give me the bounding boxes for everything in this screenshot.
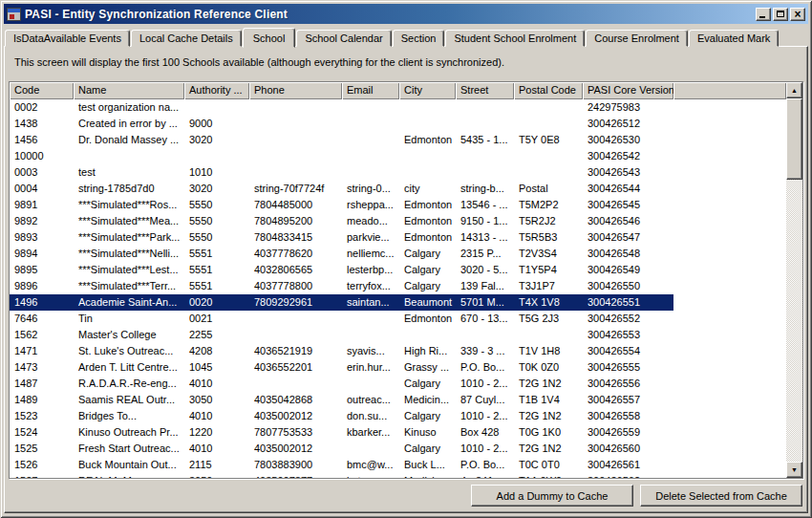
column-header-email[interactable]: Email	[342, 82, 399, 99]
table-cell: Master's College	[74, 327, 184, 343]
table-cell	[342, 327, 399, 343]
tab-evaluated-mark[interactable]: Evaluated Mark	[689, 30, 779, 47]
table-cell: test	[74, 164, 184, 181]
table-row[interactable]: 1525Fresh Start Outreac...40104035002012…	[10, 441, 786, 457]
table-cell: 7804895200	[249, 213, 342, 229]
scrollbar-thumb[interactable]	[786, 98, 802, 180]
column-header-authority-[interactable]: Authority ...	[184, 82, 249, 99]
table-cell-filler	[673, 424, 786, 441]
column-header-postal-code[interactable]: Postal Code	[514, 82, 583, 99]
table-cell: 1524	[10, 424, 74, 441]
table-cell-filler	[673, 327, 786, 343]
maximize-button[interactable]	[773, 8, 788, 21]
table-cell: P.O. Bo...	[456, 457, 514, 473]
table-cell: 300426560	[583, 441, 673, 457]
scrollbar-track[interactable]	[786, 98, 802, 462]
minimize-button[interactable]	[756, 8, 771, 21]
table-cell: High Ri...	[399, 343, 456, 359]
table-cell: string-1785d7d0	[74, 181, 184, 197]
table-row[interactable]: 0002test organization na...242975983	[10, 99, 786, 116]
table-row[interactable]: 1527REAL M. M...30504035007877kat...Medi…	[10, 473, 786, 478]
table-cell: 300426553	[583, 327, 673, 343]
table-cell	[456, 148, 514, 164]
table-row[interactable]: 1473Arden T. Litt Centre...1045403655220…	[10, 359, 786, 376]
column-header-street[interactable]: Street	[456, 82, 514, 99]
table-cell: 300426559	[583, 424, 673, 441]
table-cell: 3050	[184, 473, 249, 478]
table-row[interactable]: 9891***Simulated***Ros...55507804485000r…	[10, 197, 786, 213]
table-cell: ***Simulated***Mea...	[74, 213, 184, 229]
table-cell: 1045	[184, 359, 249, 376]
table-cell: T0C 0T0	[514, 457, 583, 473]
table-cell	[184, 99, 249, 116]
column-header-phone[interactable]: Phone	[249, 82, 342, 99]
table-row[interactable]: 1438Created in error by ...9000300426512	[10, 116, 786, 132]
table-cell: 4208	[184, 343, 249, 359]
table-cell: city	[399, 181, 456, 197]
table-row[interactable]: 9895***Simulated***Lest...55514032806565…	[10, 262, 786, 278]
table-row[interactable]: 1489Saamis REAL Outr...30504035042868out…	[10, 392, 786, 408]
table-cell: 300426548	[583, 246, 673, 262]
table-row[interactable]: 9892***Simulated***Mea...55507804895200m…	[10, 213, 786, 229]
tab-course-enrolment[interactable]: Course Enrolment	[586, 30, 688, 47]
table-cell: ***Simulated***Nelli...	[74, 246, 184, 262]
delete-selected-button[interactable]: Delete Selected from Cache	[640, 485, 802, 507]
table-row[interactable]: 7646Tin0021Edmonton670 - 13...T5G 2J3300…	[10, 311, 786, 327]
table-cell	[399, 164, 456, 181]
table-row[interactable]: 1562Master's College2255300426553	[10, 327, 786, 343]
table-cell	[342, 441, 399, 457]
table-cell: 4037778800	[249, 278, 342, 294]
table-cell: T2V3S4	[514, 246, 583, 262]
tab-school[interactable]: School	[243, 28, 296, 48]
minimize-icon	[759, 16, 765, 18]
table-row[interactable]: 1471St. Luke's Outreac...42084036521919s…	[10, 343, 786, 359]
vertical-scrollbar[interactable]: ▲ ▼	[786, 82, 802, 478]
table-row[interactable]: 9893***Simulated***Park...55507804833415…	[10, 229, 786, 246]
scroll-down-button[interactable]: ▼	[786, 462, 802, 478]
table-row[interactable]: 1456Dr. Donald Massey ...3020Edmonton543…	[10, 132, 786, 148]
table-row[interactable]: 9896***Simulated***Terr...55514037778800…	[10, 278, 786, 294]
column-header-name[interactable]: Name	[74, 82, 184, 99]
table-cell: T1A 0W9	[514, 473, 583, 478]
tab-school-calendar[interactable]: School Calendar	[296, 30, 391, 47]
table-row[interactable]: 1523Bridges To...40104035002012don.su...…	[10, 408, 786, 424]
tab-student-school-enrolment[interactable]: Student School Enrolment	[445, 30, 585, 47]
table-cell: 7807753533	[249, 424, 342, 441]
table-cell: 3050	[184, 392, 249, 408]
table-row[interactable]: 9894***Simulated***Nelli...5551403777862…	[10, 246, 786, 262]
table-cell-filler	[673, 164, 786, 181]
table-cell-filler	[673, 392, 786, 408]
table-cell	[456, 99, 514, 116]
table-cell: T5G 2J3	[514, 311, 583, 327]
table-cell: saintan...	[342, 294, 399, 311]
table-cell: 3020	[184, 132, 249, 148]
table-row[interactable]: 1487R.A.D.A.R.-Re-eng...4010Calgary1010 …	[10, 376, 786, 392]
table-cell-filler	[673, 197, 786, 213]
table-cell: 242975983	[583, 99, 673, 116]
table-cell-filler	[673, 229, 786, 246]
table-row[interactable]: 10000300426542	[10, 148, 786, 164]
tab-isdataavailable-events[interactable]: IsDataAvailable Events	[5, 30, 130, 47]
add-dummy-button[interactable]: Add a Dummy to Cache	[471, 485, 633, 507]
scroll-up-button[interactable]: ▲	[786, 82, 802, 98]
column-header-pasi-core-version[interactable]: PASI Core Version	[583, 82, 673, 99]
column-header-city[interactable]: City	[399, 82, 456, 99]
column-header-filler	[673, 82, 786, 99]
table-row[interactable]: 0003test1010300426543	[10, 164, 786, 181]
tab-section[interactable]: Section	[393, 30, 445, 47]
tab-local-cache-details[interactable]: Local Cache Details	[131, 30, 242, 47]
table-cell: 300426554	[583, 343, 673, 359]
table-cell-filler	[673, 359, 786, 376]
table-row[interactable]: 0004string-1785d7d03020string-70f7724fst…	[10, 181, 786, 197]
table-cell: Calgary	[399, 246, 456, 262]
tab-page: This screen will display the first 100 S…	[4, 46, 808, 513]
maximize-icon	[777, 11, 784, 17]
title-bar[interactable]: PASI - Entity Synchronization Reference …	[4, 4, 808, 24]
table-row[interactable]: 1496Academie Saint-An...00207809292961sa…	[10, 294, 786, 311]
column-header-code[interactable]: Code	[10, 82, 74, 99]
table-row[interactable]: 1524Kinuso Outreach Pr...12207807753533k…	[10, 424, 786, 441]
table-cell: 300426544	[583, 181, 673, 197]
table-cell: 9150 - 1...	[456, 213, 514, 229]
close-button[interactable]: ×	[790, 8, 805, 21]
table-row[interactable]: 1526Buck Mountain Out...21157803883900bm…	[10, 457, 786, 473]
